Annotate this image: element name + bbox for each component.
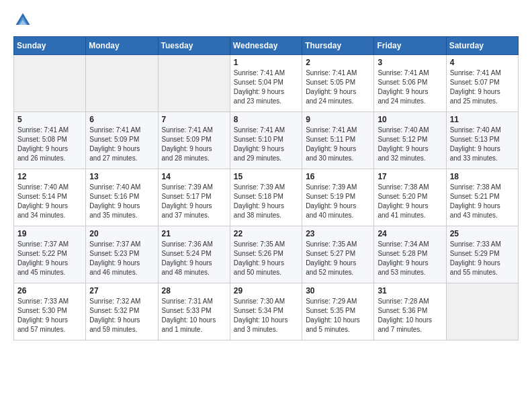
day-info: Sunrise: 7:40 AM Sunset: 5:16 PM Dayligh… [89, 183, 154, 220]
calendar-week-1: 1Sunrise: 7:41 AM Sunset: 5:04 PM Daylig… [14, 55, 519, 112]
calendar-cell: 25Sunrise: 7:33 AM Sunset: 5:29 PM Dayli… [446, 226, 518, 283]
day-info: Sunrise: 7:41 AM Sunset: 5:09 PM Dayligh… [89, 126, 154, 163]
calendar-cell: 3Sunrise: 7:41 AM Sunset: 5:06 PM Daylig… [374, 55, 446, 112]
calendar-cell: 23Sunrise: 7:35 AM Sunset: 5:27 PM Dayli… [302, 226, 374, 283]
day-info: Sunrise: 7:33 AM Sunset: 5:29 PM Dayligh… [450, 240, 515, 277]
calendar-cell: 28Sunrise: 7:31 AM Sunset: 5:33 PM Dayli… [158, 283, 230, 340]
day-number: 10 [378, 115, 442, 124]
calendar-cell: 6Sunrise: 7:41 AM Sunset: 5:09 PM Daylig… [86, 112, 158, 169]
calendar-cell [86, 55, 158, 112]
day-number: 29 [234, 286, 298, 295]
day-info: Sunrise: 7:35 AM Sunset: 5:26 PM Dayligh… [234, 240, 298, 277]
day-info: Sunrise: 7:37 AM Sunset: 5:23 PM Dayligh… [89, 240, 154, 277]
calendar-cell: 13Sunrise: 7:40 AM Sunset: 5:16 PM Dayli… [86, 169, 158, 226]
day-number: 8 [234, 115, 298, 124]
weekday-header-wednesday: Wednesday [230, 37, 302, 55]
day-info: Sunrise: 7:39 AM Sunset: 5:17 PM Dayligh… [162, 183, 226, 220]
day-info: Sunrise: 7:41 AM Sunset: 5:05 PM Dayligh… [306, 68, 370, 106]
day-info: Sunrise: 7:37 AM Sunset: 5:22 PM Dayligh… [17, 240, 82, 277]
day-number: 3 [378, 58, 442, 67]
calendar-cell: 11Sunrise: 7:40 AM Sunset: 5:13 PM Dayli… [446, 112, 518, 169]
day-number: 20 [89, 229, 154, 238]
day-number: 7 [162, 115, 226, 124]
day-info: Sunrise: 7:40 AM Sunset: 5:13 PM Dayligh… [450, 126, 515, 163]
day-info: Sunrise: 7:41 AM Sunset: 5:04 PM Dayligh… [234, 68, 298, 106]
day-info: Sunrise: 7:41 AM Sunset: 5:09 PM Dayligh… [162, 126, 226, 163]
calendar-week-3: 12Sunrise: 7:40 AM Sunset: 5:14 PM Dayli… [14, 169, 519, 226]
day-number: 9 [306, 115, 370, 124]
calendar-week-4: 19Sunrise: 7:37 AM Sunset: 5:22 PM Dayli… [14, 226, 519, 283]
calendar-cell: 20Sunrise: 7:37 AM Sunset: 5:23 PM Dayli… [86, 226, 158, 283]
logo [13, 11, 35, 30]
day-info: Sunrise: 7:40 AM Sunset: 5:14 PM Dayligh… [17, 183, 82, 220]
day-number: 15 [234, 172, 298, 181]
calendar-cell: 22Sunrise: 7:35 AM Sunset: 5:26 PM Dayli… [230, 226, 302, 283]
weekday-header-sunday: Sunday [14, 37, 86, 55]
calendar-cell: 27Sunrise: 7:32 AM Sunset: 5:32 PM Dayli… [86, 283, 158, 340]
calendar-cell: 5Sunrise: 7:41 AM Sunset: 5:08 PM Daylig… [14, 112, 86, 169]
day-info: Sunrise: 7:41 AM Sunset: 5:10 PM Dayligh… [234, 126, 298, 163]
day-info: Sunrise: 7:41 AM Sunset: 5:11 PM Dayligh… [306, 126, 370, 163]
day-info: Sunrise: 7:33 AM Sunset: 5:30 PM Dayligh… [17, 297, 82, 334]
day-number: 14 [162, 172, 226, 181]
day-number: 22 [234, 229, 298, 238]
weekday-header-monday: Monday [86, 37, 158, 55]
day-info: Sunrise: 7:29 AM Sunset: 5:35 PM Dayligh… [306, 297, 370, 334]
calendar-table: SundayMondayTuesdayWednesdayThursdayFrid… [13, 36, 519, 340]
day-info: Sunrise: 7:40 AM Sunset: 5:12 PM Dayligh… [378, 126, 442, 163]
day-number: 12 [17, 172, 82, 181]
calendar-cell: 30Sunrise: 7:29 AM Sunset: 5:35 PM Dayli… [302, 283, 374, 340]
calendar-cell: 8Sunrise: 7:41 AM Sunset: 5:10 PM Daylig… [230, 112, 302, 169]
calendar-cell: 4Sunrise: 7:41 AM Sunset: 5:07 PM Daylig… [446, 55, 518, 112]
day-info: Sunrise: 7:34 AM Sunset: 5:28 PM Dayligh… [378, 240, 442, 277]
calendar-week-5: 26Sunrise: 7:33 AM Sunset: 5:30 PM Dayli… [14, 283, 519, 340]
day-number: 17 [378, 172, 442, 181]
calendar-cell: 15Sunrise: 7:39 AM Sunset: 5:18 PM Dayli… [230, 169, 302, 226]
weekday-header-thursday: Thursday [302, 37, 374, 55]
calendar-cell: 16Sunrise: 7:39 AM Sunset: 5:19 PM Dayli… [302, 169, 374, 226]
day-number: 18 [450, 172, 515, 181]
calendar-cell: 29Sunrise: 7:30 AM Sunset: 5:34 PM Dayli… [230, 283, 302, 340]
day-number: 26 [17, 286, 82, 295]
logo-icon [13, 11, 32, 30]
calendar-cell: 26Sunrise: 7:33 AM Sunset: 5:30 PM Dayli… [14, 283, 86, 340]
calendar-cell: 14Sunrise: 7:39 AM Sunset: 5:17 PM Dayli… [158, 169, 230, 226]
calendar-cell [14, 55, 86, 112]
day-info: Sunrise: 7:36 AM Sunset: 5:24 PM Dayligh… [162, 240, 226, 277]
calendar-cell: 1Sunrise: 7:41 AM Sunset: 5:04 PM Daylig… [230, 55, 302, 112]
calendar-cell: 7Sunrise: 7:41 AM Sunset: 5:09 PM Daylig… [158, 112, 230, 169]
day-number: 19 [17, 229, 82, 238]
day-info: Sunrise: 7:32 AM Sunset: 5:32 PM Dayligh… [89, 297, 154, 334]
day-number: 2 [306, 58, 370, 67]
day-number: 11 [450, 115, 515, 124]
day-info: Sunrise: 7:31 AM Sunset: 5:33 PM Dayligh… [162, 297, 226, 334]
day-number: 1 [234, 58, 298, 67]
day-info: Sunrise: 7:39 AM Sunset: 5:19 PM Dayligh… [306, 183, 370, 220]
weekday-header-tuesday: Tuesday [158, 37, 230, 55]
calendar-cell [158, 55, 230, 112]
calendar-cell: 21Sunrise: 7:36 AM Sunset: 5:24 PM Dayli… [158, 226, 230, 283]
calendar-body: 1Sunrise: 7:41 AM Sunset: 5:04 PM Daylig… [14, 55, 519, 340]
day-info: Sunrise: 7:41 AM Sunset: 5:07 PM Dayligh… [450, 68, 515, 106]
header [13, 11, 519, 30]
day-number: 13 [89, 172, 154, 181]
weekday-header-saturday: Saturday [446, 37, 518, 55]
day-number: 24 [378, 229, 442, 238]
weekday-header-friday: Friday [374, 37, 446, 55]
calendar-cell: 17Sunrise: 7:38 AM Sunset: 5:20 PM Dayli… [374, 169, 446, 226]
day-info: Sunrise: 7:30 AM Sunset: 5:34 PM Dayligh… [234, 297, 298, 334]
day-number: 30 [306, 286, 370, 295]
weekday-row: SundayMondayTuesdayWednesdayThursdayFrid… [14, 37, 519, 55]
day-info: Sunrise: 7:39 AM Sunset: 5:18 PM Dayligh… [234, 183, 298, 220]
day-info: Sunrise: 7:41 AM Sunset: 5:06 PM Dayligh… [378, 68, 442, 106]
calendar-cell [446, 283, 518, 340]
calendar-cell: 31Sunrise: 7:28 AM Sunset: 5:36 PM Dayli… [374, 283, 446, 340]
day-number: 27 [89, 286, 154, 295]
day-number: 25 [450, 229, 515, 238]
day-info: Sunrise: 7:41 AM Sunset: 5:08 PM Dayligh… [17, 126, 82, 163]
calendar-cell: 9Sunrise: 7:41 AM Sunset: 5:11 PM Daylig… [302, 112, 374, 169]
calendar-cell: 2Sunrise: 7:41 AM Sunset: 5:05 PM Daylig… [302, 55, 374, 112]
day-number: 4 [450, 58, 515, 67]
calendar-week-2: 5Sunrise: 7:41 AM Sunset: 5:08 PM Daylig… [14, 112, 519, 169]
calendar-header: SundayMondayTuesdayWednesdayThursdayFrid… [14, 37, 519, 55]
